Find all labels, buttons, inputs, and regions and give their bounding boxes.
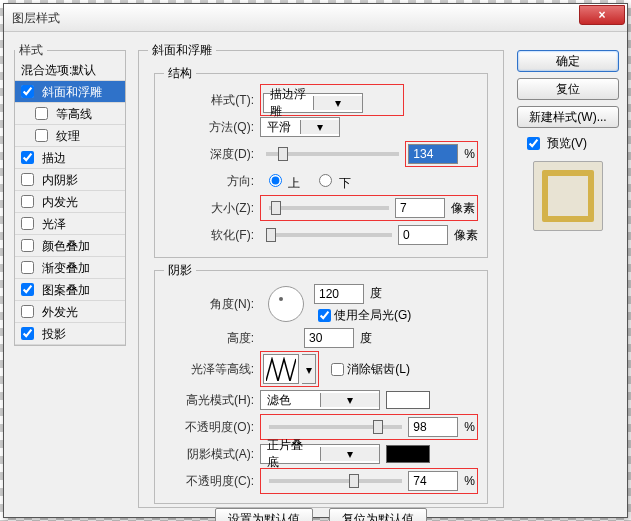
- make-default-button[interactable]: 设置为默认值: [215, 508, 313, 521]
- innerglow-checkbox[interactable]: [21, 195, 34, 208]
- style-label: 样式(T):: [164, 92, 260, 109]
- shadow-opacity-slider[interactable]: [269, 479, 402, 483]
- sidebar-item-blending[interactable]: 混合选项:默认: [15, 59, 125, 81]
- highlight-opacity-label: 不透明度(O):: [164, 419, 260, 436]
- sidebar-item-gradientoverlay[interactable]: 渐变叠加: [15, 257, 125, 279]
- highlight-mode-label: 高光模式(H):: [164, 392, 260, 409]
- chevron-down-icon: ▾: [320, 447, 380, 461]
- sidebar-item-satin[interactable]: 光泽: [15, 213, 125, 235]
- titlebar[interactable]: 图层样式 ×: [4, 4, 627, 32]
- chevron-down-icon[interactable]: ▾: [302, 354, 316, 384]
- sidebar-item-innershadow[interactable]: 内阴影: [15, 169, 125, 191]
- technique-label: 方法(Q):: [164, 119, 260, 136]
- new-style-button[interactable]: 新建样式(W)...: [517, 106, 619, 128]
- depth-label: 深度(D):: [164, 146, 260, 163]
- shadow-opacity-label: 不透明度(C):: [164, 473, 260, 490]
- angle-dial[interactable]: [268, 286, 304, 322]
- stroke-checkbox[interactable]: [21, 151, 34, 164]
- coloroverlay-checkbox[interactable]: [21, 239, 34, 252]
- angle-unit: 度: [370, 285, 382, 302]
- soften-slider[interactable]: [266, 233, 392, 237]
- size-input[interactable]: 7: [395, 198, 445, 218]
- structure-legend: 结构: [164, 65, 196, 82]
- shadow-mode-label: 阴影模式(A):: [164, 446, 260, 463]
- altitude-label: 高度:: [164, 330, 260, 347]
- size-slider[interactable]: [269, 206, 389, 210]
- gloss-contour-picker[interactable]: [263, 354, 299, 384]
- ok-button[interactable]: 确定: [517, 50, 619, 72]
- satin-checkbox[interactable]: [21, 217, 34, 230]
- contour-checkbox[interactable]: [35, 107, 48, 120]
- patternoverlay-checkbox[interactable]: [21, 283, 34, 296]
- chevron-down-icon: ▾: [313, 96, 363, 110]
- chevron-down-icon: ▾: [320, 393, 380, 407]
- preview-thumbnail: [533, 161, 603, 231]
- gradientoverlay-checkbox[interactable]: [21, 261, 34, 274]
- reset-default-button[interactable]: 复位为默认值: [329, 508, 427, 521]
- sidebar-item-stroke[interactable]: 描边: [15, 147, 125, 169]
- altitude-input[interactable]: 30: [304, 328, 354, 348]
- cancel-button[interactable]: 复位: [517, 78, 619, 100]
- shadow-mode-combo[interactable]: 正片叠底▾: [260, 444, 380, 464]
- direction-down-radio[interactable]: 下: [314, 171, 350, 192]
- highlight-opacity-unit: %: [464, 420, 475, 434]
- sidebar-item-coloroverlay[interactable]: 颜色叠加: [15, 235, 125, 257]
- innershadow-checkbox[interactable]: [21, 173, 34, 186]
- depth-input[interactable]: 134: [408, 144, 458, 164]
- sidebar-item-patternoverlay[interactable]: 图案叠加: [15, 279, 125, 301]
- altitude-unit: 度: [360, 330, 372, 347]
- antialias-checkbox[interactable]: 消除锯齿(L): [327, 360, 410, 379]
- sidebar-item-innerglow[interactable]: 内发光: [15, 191, 125, 213]
- highlight-opacity-input[interactable]: 98: [408, 417, 458, 437]
- direction-label: 方向:: [164, 173, 260, 190]
- sidebar-item-texture[interactable]: 纹理: [15, 125, 125, 147]
- depth-unit: %: [464, 147, 475, 161]
- close-button[interactable]: ×: [579, 5, 625, 25]
- chevron-down-icon: ▾: [300, 120, 340, 134]
- technique-combo[interactable]: 平滑▾: [260, 117, 340, 137]
- global-light-checkbox[interactable]: 使用全局光(G): [314, 306, 411, 325]
- sidebar-item-outerglow[interactable]: 外发光: [15, 301, 125, 323]
- size-unit: 像素: [451, 200, 475, 217]
- styles-sidebar: 样式 混合选项:默认 斜面和浮雕 等高线 纹理 描边 内阴影 内发光 光泽 颜色…: [14, 42, 126, 346]
- angle-input[interactable]: 120: [314, 284, 364, 304]
- size-label: 大小(Z):: [164, 200, 260, 217]
- highlight-mode-combo[interactable]: 滤色▾: [260, 390, 380, 410]
- direction-up-radio[interactable]: 上: [264, 171, 300, 192]
- options-pane: 斜面和浮雕 结构 样式(T): 描边浮雕▾ 方法(Q): 平滑▾ 深: [136, 42, 506, 508]
- shadow-opacity-unit: %: [464, 474, 475, 488]
- dropshadow-checkbox[interactable]: [21, 327, 34, 340]
- soften-input[interactable]: 0: [398, 225, 448, 245]
- angle-label: 角度(N):: [164, 296, 260, 313]
- sidebar-item-dropshadow[interactable]: 投影: [15, 323, 125, 345]
- bevel-checkbox[interactable]: [21, 85, 34, 98]
- preview-checkbox[interactable]: 预览(V): [523, 134, 619, 153]
- shading-legend: 阴影: [164, 262, 196, 279]
- shadow-color-swatch[interactable]: [386, 445, 430, 463]
- depth-slider[interactable]: [266, 152, 399, 156]
- sidebar-item-contour[interactable]: 等高线: [15, 103, 125, 125]
- highlight-opacity-slider[interactable]: [269, 425, 402, 429]
- bevel-section-legend: 斜面和浮雕: [148, 42, 216, 59]
- highlight-color-swatch[interactable]: [386, 391, 430, 409]
- right-pane: 确定 复位 新建样式(W)... 预览(V): [517, 50, 619, 231]
- sidebar-item-bevel[interactable]: 斜面和浮雕: [15, 81, 125, 103]
- layer-style-dialog: 图层样式 × 样式 混合选项:默认 斜面和浮雕 等高线 纹理 描边 内阴影 内发…: [3, 3, 628, 518]
- soften-label: 软化(F):: [164, 227, 260, 244]
- dialog-title: 图层样式: [12, 11, 60, 25]
- outerglow-checkbox[interactable]: [21, 305, 34, 318]
- texture-checkbox[interactable]: [35, 129, 48, 142]
- shadow-opacity-input[interactable]: 74: [408, 471, 458, 491]
- soften-unit: 像素: [454, 227, 478, 244]
- gloss-label: 光泽等高线:: [164, 361, 260, 378]
- styles-legend: 样式: [15, 42, 47, 59]
- style-combo[interactable]: 描边浮雕▾: [263, 93, 363, 113]
